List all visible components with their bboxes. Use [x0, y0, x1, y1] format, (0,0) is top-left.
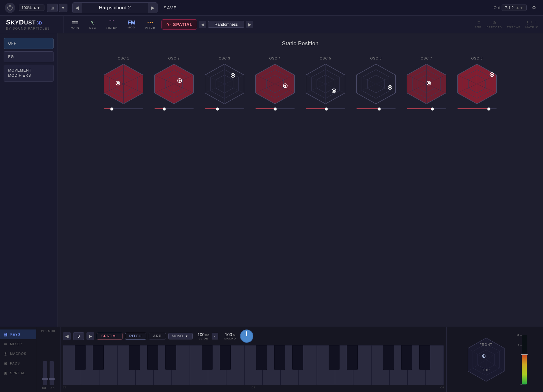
osc-slider-4[interactable]: [255, 108, 295, 109]
glide-arrow-button[interactable]: ▾: [212, 333, 218, 339]
bottom-nav-mixer[interactable]: ⊨ MIXER: [0, 339, 36, 349]
osc-slider-2[interactable]: [154, 108, 194, 109]
black-key[interactable]: [75, 345, 86, 370]
black-key[interactable]: [147, 345, 158, 370]
osc-hexagon-8[interactable]: [454, 63, 500, 105]
spatial-toggle-button[interactable]: SPATIAL: [97, 333, 122, 339]
grid-button[interactable]: ⊞: [47, 4, 58, 12]
tab-effects[interactable]: ⊕ EFFECTS: [486, 20, 502, 29]
counter-prev-button[interactable]: ◀: [63, 332, 71, 340]
macro-knob[interactable]: [240, 329, 253, 343]
osc-label-6: OSC 6: [370, 56, 382, 60]
osc-item-5: OSC 5: [302, 56, 349, 109]
mono-dropdown[interactable]: MONO ▾: [168, 333, 193, 339]
counter-display: 0: [73, 332, 84, 340]
settings-gear-icon[interactable]: ⚙: [530, 4, 538, 12]
osc-hexagon-6[interactable]: [353, 63, 399, 105]
osc-hexagon-3[interactable]: [201, 63, 248, 105]
tab-main[interactable]: ≡≡ MAIN: [66, 18, 84, 31]
osc-item-7: OSC 7: [403, 56, 450, 109]
osc-slider-thumb-1[interactable]: [110, 108, 113, 111]
pitch-icon: 〜: [147, 20, 153, 26]
tab-spatial[interactable]: ∿ SPATIAL: [161, 19, 197, 30]
sidebar-off-button[interactable]: OFF: [4, 38, 54, 49]
pitch-toggle-button[interactable]: PITCH: [125, 333, 146, 339]
svg-point-25: [232, 74, 234, 76]
osc-hexagon-7[interactable]: [403, 63, 450, 105]
osc-slider-3[interactable]: [205, 108, 244, 109]
bottom-nav-macros[interactable]: ◎ MACROS: [0, 349, 36, 358]
osc-hexagon-2[interactable]: [151, 63, 197, 105]
osc-slider-7[interactable]: [407, 108, 446, 109]
tab-arp[interactable]: ⁚⁚⁚ ARP: [475, 20, 482, 29]
arp-toggle-button[interactable]: ARP: [149, 333, 166, 339]
preset-next-button[interactable]: ▶: [148, 3, 157, 13]
osc-slider-thumb-2[interactable]: [163, 108, 166, 111]
logo-icon[interactable]: [5, 3, 15, 13]
pit-mod-slider-1[interactable]: [43, 361, 47, 385]
preset-prev-button[interactable]: ◀: [73, 3, 82, 13]
dropdown-button[interactable]: ▾: [59, 4, 67, 12]
keyboard[interactable]: [63, 345, 444, 385]
black-key[interactable]: [129, 345, 140, 370]
black-key[interactable]: [256, 345, 267, 370]
glide-param: 100 ms GLIDE: [197, 332, 209, 340]
bottom-nav-pads[interactable]: ⊞ PADS: [0, 358, 36, 368]
osc-slider-thumb-8[interactable]: [487, 108, 490, 111]
osc-slider-thumb-3[interactable]: [216, 108, 219, 111]
osc-hexagon-5[interactable]: [302, 63, 349, 105]
svg-point-17: [179, 79, 180, 81]
left-sidebar: OFF EG MOVEMENTMODIFIERS: [0, 33, 57, 327]
black-key[interactable]: [292, 345, 303, 370]
osc-slider-thumb-5[interactable]: [325, 108, 328, 111]
section-title: Static Position: [67, 40, 533, 47]
zoom-control[interactable]: 100% ▲▼: [19, 5, 44, 11]
sidebar-movement-button[interactable]: MOVEMENTMODIFIERS: [4, 65, 54, 82]
osc-slider-1[interactable]: [104, 108, 143, 109]
spatial-prev-arrow[interactable]: ◀: [199, 21, 206, 28]
tab-pitch[interactable]: 〜 PITCH: [140, 18, 161, 31]
pit-mod-sliders: [43, 335, 54, 385]
black-key[interactable]: [165, 345, 176, 370]
black-key[interactable]: [93, 345, 104, 370]
black-key[interactable]: [220, 345, 231, 370]
black-key[interactable]: [401, 345, 412, 370]
spatial-subnav-active[interactable]: Randomness: [208, 21, 244, 28]
spatial-label: SPATIAL: [173, 22, 193, 27]
black-key[interactable]: [202, 345, 213, 370]
osc-slider-8[interactable]: [457, 108, 497, 109]
mixer-icon: ⊨: [4, 342, 8, 346]
tab-matrix[interactable]: ⋮⋮⋮ MATRIX: [525, 20, 538, 29]
counter-next-button[interactable]: ▶: [86, 332, 94, 340]
app-3d-label: 3D: [37, 21, 42, 25]
black-key[interactable]: [383, 345, 394, 370]
tab-osc[interactable]: ∿ OSC: [84, 18, 101, 31]
mod-icon: FM: [128, 20, 135, 25]
top-bar: 100% ▲▼ ⊞ ▾ ◀ Harpsichord 2 ▶ SAVE Out 7…: [0, 0, 543, 16]
effects-icon: ⊕: [493, 20, 496, 25]
black-key[interactable]: [274, 345, 285, 370]
osc-slider-5[interactable]: [306, 108, 345, 109]
bottom-nav-spatial[interactable]: ◉ SPATIAL: [0, 368, 36, 378]
vol-slider-thumb[interactable]: [521, 354, 528, 355]
osc-slider-thumb-4[interactable]: [274, 108, 277, 111]
tab-filter[interactable]: ⌒ FILTER: [101, 18, 123, 31]
osc-hexagon-1[interactable]: [100, 63, 147, 105]
save-button[interactable]: SAVE: [164, 5, 177, 10]
tab-extras[interactable]: ··· EXTRAS: [507, 20, 521, 29]
pit-mod-slider-2[interactable]: [50, 361, 54, 385]
osc-slider-thumb-7[interactable]: [431, 108, 434, 111]
out-value: 7.1.2 ▲▼: [502, 5, 527, 11]
osc-hexagon-4[interactable]: [252, 63, 298, 105]
sidebar-eg-button[interactable]: EG: [4, 51, 54, 62]
osc-slider-6[interactable]: [356, 108, 396, 109]
bottom-nav-keys[interactable]: ▦ KEYS: [0, 329, 36, 339]
spatial-bottom-icon: ◉: [4, 371, 8, 375]
black-key[interactable]: [329, 345, 340, 370]
spatial-next-arrow[interactable]: ▶: [246, 21, 253, 28]
black-key[interactable]: [347, 345, 358, 370]
extras-icon: ···: [512, 20, 515, 25]
black-key[interactable]: [419, 345, 430, 370]
tab-mod[interactable]: FM MOD: [123, 18, 140, 31]
osc-slider-thumb-6[interactable]: [378, 108, 381, 111]
